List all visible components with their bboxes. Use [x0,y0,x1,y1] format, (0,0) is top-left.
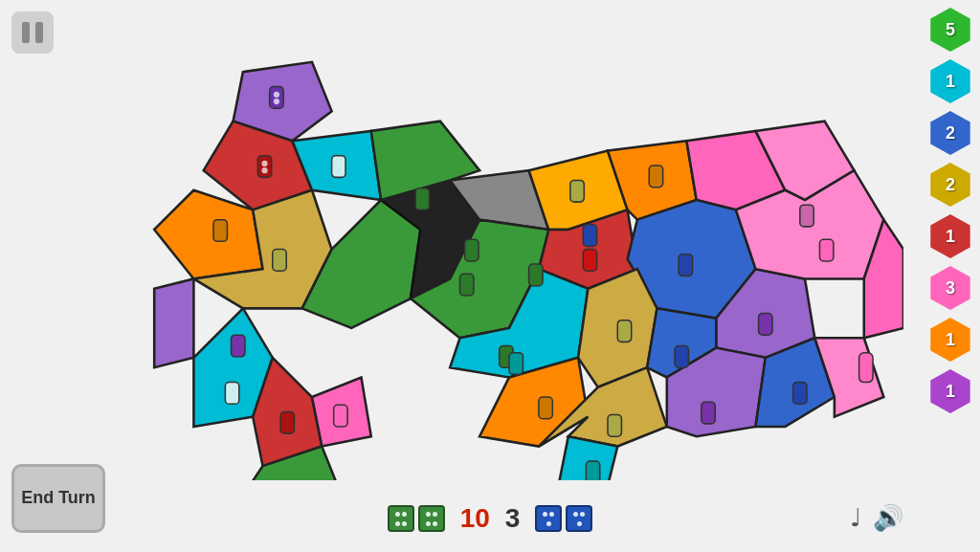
blue-dice-pair [535,505,592,532]
svg-rect-59 [232,335,245,357]
svg-rect-57 [586,461,599,480]
svg-rect-42 [529,264,543,286]
sidebar-item-purple[interactable]: 1 [925,366,975,416]
sidebar-item-orange[interactable]: 1 [925,315,975,364]
svg-rect-64 [702,402,715,424]
pause-bar-left [22,22,30,43]
music-icon[interactable]: ♩ [850,503,861,533]
svg-rect-45 [649,166,662,188]
svg-rect-60 [225,383,238,405]
svg-point-38 [261,167,267,173]
game-board [115,48,903,480]
svg-rect-40 [213,220,227,242]
svg-rect-41 [273,250,286,272]
sidebar-item-cyan[interactable]: 1 [925,56,975,106]
svg-rect-46 [800,205,813,227]
svg-rect-62 [334,405,347,427]
green-score: 10 [460,503,490,534]
green-dice-1 [388,505,414,532]
sidebar-item-yellow[interactable]: 2 [925,160,975,210]
right-sidebar: 5 1 2 2 1 3 1 1 [925,5,975,416]
svg-point-34 [274,92,279,98]
sidebar-item-blue[interactable]: 2 [925,108,975,158]
svg-rect-44 [570,180,584,202]
svg-rect-47 [583,250,596,272]
svg-rect-56 [608,415,621,437]
sidebar-item-green[interactable]: 5 [925,5,975,55]
sound-section: ♩ 🔊 [850,503,903,533]
svg-point-37 [261,161,267,166]
svg-rect-55 [539,397,552,419]
svg-rect-54 [617,320,631,342]
svg-rect-50 [759,314,772,336]
svg-rect-43 [583,225,596,247]
speaker-icon[interactable]: 🔊 [873,503,903,533]
svg-rect-49 [819,239,833,261]
pause-bar-right [35,22,43,43]
svg-rect-53 [509,353,523,375]
svg-rect-39 [332,156,345,178]
svg-rect-48 [679,254,692,276]
sidebar-item-red[interactable]: 1 [925,211,975,261]
pause-button[interactable] [11,11,54,54]
svg-rect-63 [793,383,807,405]
blue-dice-1 [535,505,562,532]
svg-rect-67 [859,353,873,383]
blue-dice-2 [566,505,592,532]
green-dice-2 [418,505,445,532]
svg-marker-5 [154,278,193,367]
sidebar-item-pink[interactable]: 3 [925,263,975,313]
svg-rect-65 [415,188,429,210]
blue-score: 3 [505,503,521,534]
bottom-bar: 10 3 [0,485,980,552]
green-dice-pair [388,505,445,532]
svg-rect-51 [460,274,474,296]
svg-rect-66 [465,239,479,261]
svg-point-35 [274,99,279,104]
svg-rect-58 [675,345,688,367]
svg-rect-61 [280,412,294,434]
